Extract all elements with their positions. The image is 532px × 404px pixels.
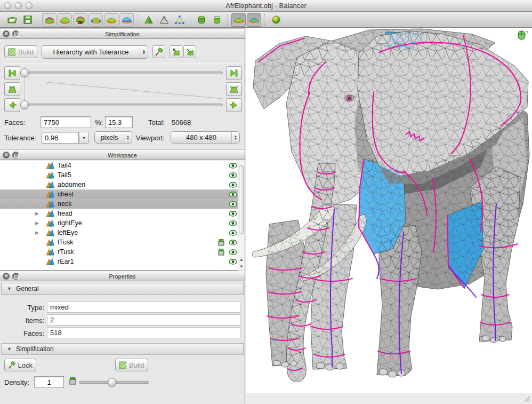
dome-flat-teal-active-icon[interactable] (247, 13, 261, 27)
step-finer-button[interactable] (226, 98, 242, 112)
close-panel-icon[interactable]: ✕ (3, 30, 10, 37)
faces-input[interactable]: 7750 (41, 116, 91, 128)
general-section-header[interactable]: ▼ General (1, 283, 244, 295)
go-first-level-button[interactable] (4, 66, 20, 80)
scroll-up-icon[interactable]: ▲ (239, 257, 244, 262)
cone-solid-icon[interactable] (141, 13, 156, 27)
visibility-eye-icon[interactable] (229, 162, 237, 169)
title-bar[interactable]: AfrElephant.obj - Balancer (0, 0, 532, 12)
dome-yellow-band-icon[interactable] (104, 13, 118, 27)
scroll-down-icon[interactable]: ▼ (239, 264, 244, 269)
scrollbar-thumb[interactable] (239, 165, 244, 234)
density-input[interactable]: 1 (34, 376, 64, 388)
workspace-item-neck[interactable]: neck (0, 199, 245, 209)
workspace-item-chest[interactable]: chest (0, 189, 245, 199)
visibility-eye-icon[interactable] (229, 201, 237, 208)
workspace-item-abdomen[interactable]: abdomen (0, 180, 245, 189)
dropdown-stepper-icon: ▲▼ (231, 132, 239, 143)
cone-points-icon[interactable] (172, 13, 187, 27)
minimize-window-button[interactable] (15, 2, 22, 9)
density-label: Density: (4, 378, 29, 386)
weight-icon[interactable] (217, 239, 225, 246)
visibility-eye-icon[interactable] (229, 229, 237, 236)
weight-icon[interactable] (217, 248, 225, 256)
pin-tool-button[interactable] (152, 45, 165, 58)
expand-selection-button[interactable] (170, 45, 182, 58)
percent-input[interactable]: 15.3 (105, 116, 133, 128)
dome-seam-icon[interactable] (42, 13, 57, 27)
density-slider-thumb[interactable] (108, 378, 116, 386)
sphere-icon[interactable] (269, 13, 283, 27)
lower-level-slider-track[interactable] (25, 104, 223, 106)
dome-rainbow-icon[interactable] (119, 13, 134, 27)
visibility-eye-icon[interactable] (229, 239, 237, 246)
workspace-item-rEar1[interactable]: rEar1 (0, 257, 245, 266)
visibility-eye-icon[interactable] (229, 191, 237, 198)
dome-solid-icon[interactable] (58, 13, 72, 27)
lower-level-slider-thumb[interactable] (20, 100, 29, 109)
workspace-item-leftEye[interactable]: ▶leftEye (0, 228, 245, 237)
workspace-scrollbar[interactable]: ▲ ▼ (238, 161, 245, 271)
save-file-icon[interactable] (20, 13, 35, 27)
visibility-eye-icon[interactable] (229, 210, 237, 217)
visibility-eye-icon[interactable] (229, 181, 237, 188)
build-button[interactable]: Build (4, 45, 37, 58)
units-value: pixels (95, 133, 124, 141)
hierarchy-mode-dropdown[interactable]: Hierarchy with Tolerance ▲▼ (42, 45, 148, 59)
dome-flat-active-icon[interactable] (231, 13, 246, 27)
viewport-size-dropdown[interactable]: 480 x 480 ▲▼ (171, 131, 240, 144)
simplification-panel-header[interactable]: ✕ Simplification (0, 28, 245, 39)
zoom-window-button[interactable] (26, 2, 33, 9)
dock-panel-icon[interactable] (12, 273, 19, 280)
workspace-panel-header[interactable]: ✕ Workspace (0, 149, 245, 160)
workspace-item-label: head (58, 210, 72, 217)
units-dropdown[interactable]: pixels ▲▼ (94, 131, 132, 144)
mouse-help-icon[interactable]: ? (517, 30, 529, 41)
dome-blue-band-icon[interactable] (88, 13, 103, 27)
go-last-level-button[interactable] (226, 66, 242, 80)
workspace-item-lTusk[interactable]: lTusk (0, 237, 245, 247)
tolerance-dropdown-button[interactable]: ▼ (79, 132, 89, 144)
workspace-item-Tail4[interactable]: Tail4 (0, 161, 245, 170)
close-panel-icon[interactable]: ✕ (3, 152, 10, 159)
upper-level-slider-thumb[interactable] (20, 68, 29, 77)
svg-text:?: ? (526, 30, 528, 35)
visibility-eye-icon[interactable] (229, 172, 237, 179)
workspace-item-rightEye[interactable]: ▶rightEye (0, 218, 245, 228)
dome-collapse-icon[interactable] (73, 13, 87, 27)
mesh-icon (46, 219, 54, 227)
expand-level-button[interactable] (226, 82, 242, 96)
build-button-properties[interactable]: Build (115, 359, 148, 371)
properties-panel-header[interactable]: ✕ Properties (0, 271, 245, 281)
disclosure-triangle-icon[interactable]: ▶ (35, 220, 41, 226)
upper-level-slider-track[interactable] (25, 72, 223, 74)
collapse-level-button[interactable] (4, 82, 20, 96)
disclosure-down-icon: ▼ (7, 286, 12, 291)
cone-wireframe-icon[interactable] (157, 13, 171, 27)
cylinder-closed-icon[interactable] (194, 13, 208, 27)
simplification-section-header[interactable]: ▼ Simplification (1, 343, 244, 355)
workspace-item-head[interactable]: ▶head (0, 209, 245, 218)
resize-grip[interactable] (522, 394, 530, 402)
lock-button[interactable]: Lock (4, 359, 36, 371)
visibility-eye-icon[interactable] (229, 249, 237, 256)
close-panel-icon[interactable]: ✕ (3, 273, 10, 280)
visibility-eye-icon[interactable] (229, 258, 237, 265)
cylinder-open-icon[interactable] (209, 13, 224, 27)
dock-panel-icon[interactable] (12, 152, 19, 159)
workspace-tree[interactable]: Tail4Tail5abdomenchestneck▶head▶rightEye… (0, 161, 245, 271)
visibility-eye-icon[interactable] (229, 220, 237, 227)
open-file-icon[interactable] (5, 13, 19, 27)
disclosure-triangle-icon[interactable]: ▶ (35, 211, 41, 216)
workspace-item-Tail5[interactable]: Tail5 (0, 170, 245, 180)
step-coarser-button[interactable] (4, 98, 20, 112)
disclosure-triangle-icon[interactable]: ▶ (35, 230, 41, 235)
close-window-button[interactable] (4, 2, 11, 9)
dock-panel-icon[interactable] (12, 30, 19, 37)
expand-tent-icon (229, 85, 239, 93)
tolerance-input[interactable]: 0.96 (42, 132, 79, 144)
viewport-3d[interactable]: ? (246, 28, 532, 393)
workspace-item-rTusk[interactable]: rTusk (0, 247, 245, 257)
workspace-item-label: rTusk (58, 248, 74, 256)
apply-selection-button[interactable] (183, 45, 196, 58)
